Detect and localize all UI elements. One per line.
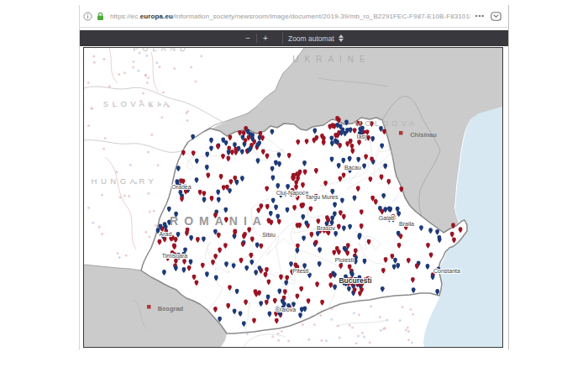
city-label: Pitesti — [292, 268, 309, 274]
capital-label: Chisinau — [410, 131, 437, 139]
city-label: Ploiesti — [335, 257, 354, 263]
capital-square-icon — [147, 305, 151, 309]
country-label-romania: ROMANIA — [170, 214, 267, 228]
info-icon[interactable] — [83, 12, 92, 21]
chevron-up-down-icon — [339, 34, 344, 42]
zoom-select[interactable]: Zoom automat — [282, 32, 349, 45]
city-label: Arad — [160, 231, 172, 237]
city-label: Cluj-Napoca — [276, 190, 309, 197]
pdf-toolbar: − + Zoom automat — [80, 30, 508, 46]
capital-label: Beograd — [158, 305, 184, 312]
city-label: Oradea — [171, 184, 191, 190]
url-text[interactable]: https://ec.europa.eu/information_society… — [110, 13, 470, 20]
capital-square-icon — [399, 131, 403, 135]
country-label-slovakia: SLOVAKIA — [103, 99, 172, 108]
lock-icon[interactable] — [96, 12, 105, 21]
city-label: Brasov — [317, 225, 335, 231]
zoom-select-value: Zoom automat — [288, 34, 334, 43]
zoom-out-button[interactable]: − — [239, 30, 256, 46]
city-label: Bacau — [344, 165, 361, 171]
url-path: /information_society/newsroom/image/docu… — [173, 13, 470, 20]
url-domain: europa.eu — [140, 13, 173, 20]
country-label-poland: POLAND — [133, 48, 189, 53]
url-bar[interactable]: https://ec.europa.eu/information_society… — [80, 5, 508, 28]
map-frame: POLANDSLOVAKIAHUNGARYUKRAINEMOLDOVAROMAN… — [83, 47, 503, 348]
url-scheme: https://ec. — [110, 13, 140, 20]
romania-map-canvas: POLANDSLOVAKIAHUNGARYUKRAINEMOLDOVAROMAN… — [84, 48, 502, 347]
city-label: Braila — [399, 221, 414, 227]
zoom-in-button[interactable]: + — [257, 30, 274, 46]
city-label: Targu Mures — [306, 194, 339, 201]
pdf-page: POLANDSLOVAKIAHUNGARYUKRAINEMOLDOVAROMAN… — [80, 46, 508, 349]
city-label: Craiova — [276, 307, 296, 312]
pocket-icon[interactable] — [491, 12, 501, 21]
city-label: Bucuresti — [339, 276, 371, 285]
browser-window: https://ec.europa.eu/information_society… — [79, 5, 509, 349]
city-label: Sibiu — [262, 232, 276, 238]
country-label-moldova: MOLDOVA — [355, 118, 418, 128]
country-label-hungary: HUNGARY — [92, 176, 158, 186]
city-label: Galati — [379, 215, 395, 221]
page-actions-button[interactable]: ••• — [475, 13, 485, 19]
country-label-ukraine: UKRAINE — [292, 55, 370, 64]
city-label: Constanta — [433, 268, 460, 274]
city-label: Iasi — [357, 134, 366, 139]
city-label: Timisoara — [162, 253, 188, 259]
